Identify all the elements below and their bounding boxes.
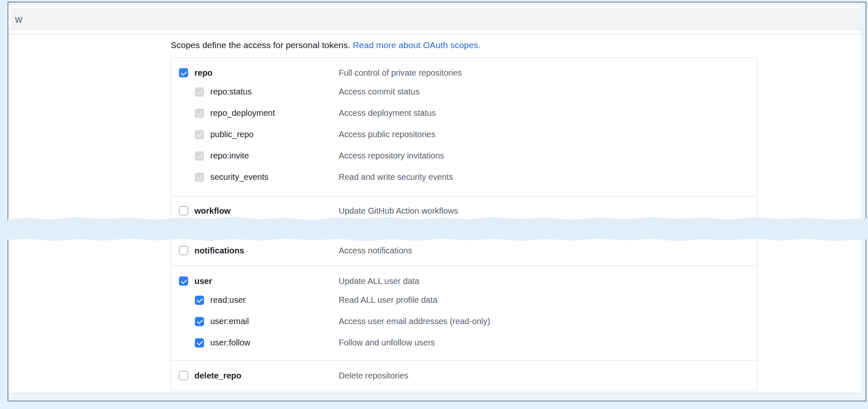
scope-name: repo: [194, 68, 212, 78]
scope-group-user: user Update ALL user data read:user Read…: [171, 266, 757, 360]
scopes-intro: Scopes define the access for personal to…: [171, 40, 861, 51]
scope-description: Access notifications: [339, 246, 757, 256]
scope-name: repo_deployment: [210, 108, 275, 118]
main-content: Scopes define the access for personal to…: [8, 35, 861, 394]
scope-description: Follow and unfollow users: [339, 338, 757, 348]
scope-name: notifications: [194, 246, 244, 256]
checkbox-security-events: [195, 173, 204, 182]
checkbox-delete-repo[interactable]: [179, 371, 188, 380]
checkbox-user[interactable]: [179, 276, 188, 286]
scope-description: Full control of private repositories: [339, 68, 757, 78]
checkbox-user-follow[interactable]: [195, 338, 204, 348]
checkbox-notifications[interactable]: [179, 246, 188, 255]
checkbox-user-email[interactable]: [195, 317, 204, 326]
scope-row-security-events: security_events Read and write security …: [171, 166, 757, 188]
oauth-scopes-link[interactable]: Read more about OAuth scopes.: [352, 40, 480, 50]
scope-row-repo[interactable]: repo Full control of private repositorie…: [171, 64, 757, 81]
scope-row-repo-deployment: repo_deployment Access deployment status: [171, 102, 757, 124]
scope-group-delete-repo: delete_repo Delete repositories: [171, 360, 757, 391]
scope-name: read:user: [210, 295, 246, 305]
scope-group-cutoff: [171, 391, 757, 394]
scope-description: Read ALL user profile data: [339, 295, 757, 305]
checkbox-repo[interactable]: [179, 68, 188, 77]
scope-description: Access repository invitations: [339, 151, 757, 161]
scope-name: delete_repo: [194, 371, 241, 381]
scope-row-workflow[interactable]: workflow Update GitHub Action workflows: [171, 202, 757, 219]
scope-description: Access commit status: [339, 87, 757, 97]
scope-description: Access deployment status: [339, 108, 757, 118]
checkbox-repo-deployment: [195, 109, 204, 118]
settings-page: w Scopes define the access for personal …: [8, 5, 861, 394]
browser-window: w Scopes define the access for personal …: [8, 2, 866, 401]
scope-name: security_events: [210, 172, 268, 182]
scope-row-read-user[interactable]: read:user Read ALL user profile data: [171, 289, 757, 311]
scope-description: Update ALL user data: [339, 276, 757, 286]
scope-row-delete-repo[interactable]: delete_repo Delete repositories: [171, 367, 757, 384]
scope-name: repo:status: [210, 87, 252, 97]
scope-name: public_repo: [210, 130, 253, 139]
scope-description: Access user email addresses (read-only): [339, 317, 757, 326]
scope-description: Delete repositories: [339, 371, 757, 381]
scope-row-notifications[interactable]: notifications Access notifications: [171, 242, 757, 259]
scope-row-user-email[interactable]: user:email Access user email addresses (…: [171, 311, 757, 332]
scope-name: user:follow: [210, 338, 250, 348]
scope-group-repo: repo Full control of private repositorie…: [171, 58, 757, 197]
scope-description: Read and write security events: [339, 172, 757, 182]
scope-description: Access public repositories: [339, 130, 757, 139]
checkbox-read-user[interactable]: [195, 296, 204, 305]
page-header-text: w: [15, 13, 22, 25]
scope-name: user:email: [210, 317, 249, 326]
scope-row-user[interactable]: user Update ALL user data: [171, 273, 757, 289]
scope-name: workflow: [194, 206, 231, 216]
scope-row-repo-invite: repo:invite Access repository invitation…: [171, 145, 757, 166]
scope-name: user: [194, 276, 212, 286]
scopes-intro-text: Scopes define the access for personal to…: [171, 40, 352, 50]
page-header-bar: w: [10, 8, 861, 31]
scope-row-repo-status: repo:status Access commit status: [171, 81, 757, 102]
checkbox-repo-invite: [195, 151, 204, 161]
scope-name: repo:invite: [210, 151, 249, 161]
checkbox-repo-status: [195, 87, 204, 97]
checkbox-workflow[interactable]: [179, 206, 188, 215]
scope-row-user-follow[interactable]: user:follow Follow and unfollow users: [171, 332, 757, 353]
scope-description: Update GitHub Action workflows: [339, 206, 757, 216]
scope-row-public-repo: public_repo Access public repositories: [171, 124, 757, 145]
checkbox-public-repo: [195, 130, 204, 139]
